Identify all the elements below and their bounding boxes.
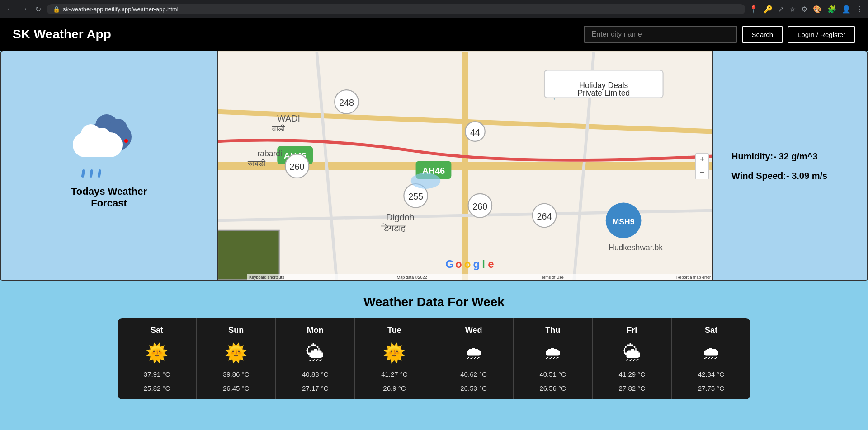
settings-icon: ⚙ — [801, 5, 807, 14]
lock-icon: 🔒 — [53, 6, 60, 13]
day-name: Sat — [705, 326, 717, 335]
day-temp-low: 26.53 °C — [460, 384, 487, 392]
day-icon: 🌧 — [544, 341, 562, 364]
svg-text:g: g — [473, 258, 480, 270]
day-icon: 🌧 — [702, 341, 720, 364]
main-content: Todays Weather Forcast AH46 — [0, 51, 868, 408]
map-zoom-controls: + − — [695, 153, 709, 179]
svg-text:e: e — [488, 258, 494, 270]
day-temp-low: 27.82 °C — [619, 384, 646, 392]
svg-text:255: 255 — [408, 192, 423, 201]
day-temp-high: 37.91 °C — [144, 370, 170, 378]
today-panel: Todays Weather Forcast AH46 — [0, 51, 868, 281]
rain-drop-2 — [89, 169, 93, 178]
location-icon: 📍 — [749, 5, 758, 14]
day-name: Mon — [307, 326, 324, 335]
today-title: Todays Weather Forcast — [71, 186, 147, 209]
menu-icon: ⋮ — [856, 5, 863, 14]
day-temp-high: 40.83 °C — [302, 370, 329, 378]
day-icon: 🌦 — [306, 341, 324, 364]
svg-text:260: 260 — [472, 201, 487, 211]
day-name: Thu — [545, 326, 560, 335]
svg-text:248: 248 — [339, 98, 354, 108]
map-footer: Keyboard shortcuts Map data ©2022 Terms … — [247, 274, 712, 280]
weekly-title: Weather Data For Week — [9, 295, 859, 309]
bookmark-icon: ☆ — [789, 5, 796, 14]
map-shortcuts: Keyboard shortcuts — [249, 275, 284, 280]
day-name: Fri — [627, 326, 637, 335]
weekly-section: Weather Data For Week Sat 🌞 37.91 °C 25.… — [0, 281, 868, 408]
day-temp-high: 41.29 °C — [619, 370, 646, 378]
rain-drop-3 — [97, 169, 101, 178]
day-temp-low: 25.82 °C — [144, 384, 170, 392]
login-register-button[interactable]: LogIn / Register — [788, 26, 855, 43]
color-icon: 🎨 — [813, 5, 822, 14]
map-error: Report a map error — [676, 275, 711, 280]
share-icon: ↗ — [778, 5, 784, 14]
svg-text:44: 44 — [470, 127, 480, 137]
app-header: SK Weather App Search LogIn / Register — [0, 18, 868, 51]
rain-drops — [82, 169, 101, 178]
day-card-2: Mon 🌦 40.83 °C 27.17 °C — [276, 318, 355, 399]
day-name: Sat — [151, 326, 163, 335]
zoom-in-button[interactable]: + — [696, 154, 708, 166]
svg-text:Hudkeshwar.bk: Hudkeshwar.bk — [609, 243, 663, 252]
reload-button[interactable]: ↻ — [33, 3, 43, 15]
map-data: Map data ©2022 — [397, 275, 427, 280]
search-button[interactable]: Search — [742, 26, 783, 43]
day-temp-low: 26.9 °C — [383, 384, 406, 392]
day-temp-low: 26.45 °C — [223, 384, 250, 392]
day-card-0: Sat 🌞 37.91 °C 25.82 °C — [118, 318, 197, 399]
day-icon: 🌞 — [146, 341, 168, 364]
svg-text:वाडी: वाडी — [272, 124, 285, 133]
day-name: Sun — [228, 326, 244, 335]
weather-icon-large — [73, 123, 145, 178]
app-title: SK Weather App — [13, 27, 111, 42]
svg-text:l: l — [482, 258, 485, 270]
svg-text:264: 264 — [537, 211, 552, 221]
svg-text:Private Limited: Private Limited — [577, 89, 630, 98]
profile-icon: 👤 — [842, 5, 851, 14]
day-name: Tue — [387, 326, 401, 335]
today-info-panel: Humidity:- 32 g/m^3 Wind Speed:- 3.09 m/… — [713, 51, 867, 280]
key-icon: 🔑 — [764, 5, 773, 14]
day-name: Wed — [465, 326, 482, 335]
back-button[interactable]: ← — [5, 3, 15, 15]
weekly-grid: Sat 🌞 37.91 °C 25.82 °C Sun 🌞 39.86 °C 2… — [118, 318, 750, 399]
svg-text:डिगडाह: डिगडाह — [381, 223, 406, 233]
day-temp-high: 41.27 °C — [381, 370, 408, 378]
svg-text:rabardi: rabardi — [258, 149, 282, 158]
svg-text:MSH9: MSH9 — [613, 217, 635, 226]
day-temp-low: 27.17 °C — [302, 384, 329, 392]
humidity-display: Humidity:- 32 g/m^3 — [731, 151, 849, 162]
city-search-input[interactable] — [584, 26, 737, 43]
svg-text:o: o — [464, 258, 471, 270]
svg-text:260: 260 — [290, 162, 305, 172]
day-temp-high: 42.34 °C — [698, 370, 725, 378]
header-controls: Search LogIn / Register — [584, 26, 855, 43]
svg-rect-43 — [218, 230, 279, 280]
white-cloud — [73, 132, 123, 157]
day-temp-low: 26.56 °C — [539, 384, 566, 392]
zoom-out-button[interactable]: − — [696, 166, 708, 179]
map-svg: AH46 AH46 248 260 255 44 260 264 MSH9 — [218, 51, 712, 280]
address-bar[interactable]: 🔒 sk-weather-app.netlify.app/weather-app… — [47, 4, 745, 14]
day-temp-high: 40.51 °C — [539, 370, 566, 378]
rain-drop-1 — [81, 169, 85, 178]
day-card-5: Thu 🌧 40.51 °C 26.56 °C — [514, 318, 593, 399]
today-left-panel: Todays Weather Forcast — [1, 51, 218, 280]
svg-text:G: G — [445, 258, 454, 270]
day-temp-high: 39.86 °C — [223, 370, 250, 378]
svg-point-36 — [411, 173, 441, 189]
day-icon: 🌧 — [465, 341, 483, 364]
browser-toolbar-icons: 📍 🔑 ↗ ☆ ⚙ 🎨 🧩 👤 ⋮ — [749, 5, 863, 14]
forward-button[interactable]: → — [19, 3, 30, 15]
svg-text:रुाबडी: रुाबडी — [247, 159, 266, 168]
day-icon: 🌦 — [623, 341, 641, 364]
day-icon: 🌞 — [225, 341, 247, 364]
day-card-1: Sun 🌞 39.86 °C 26.45 °C — [197, 318, 276, 399]
red-dot — [124, 139, 128, 143]
day-card-4: Wed 🌧 40.62 °C 26.53 °C — [434, 318, 514, 399]
map-terms: Terms of Use — [540, 275, 564, 280]
wind-speed-display: Wind Speed:- 3.09 m/s — [731, 171, 849, 181]
